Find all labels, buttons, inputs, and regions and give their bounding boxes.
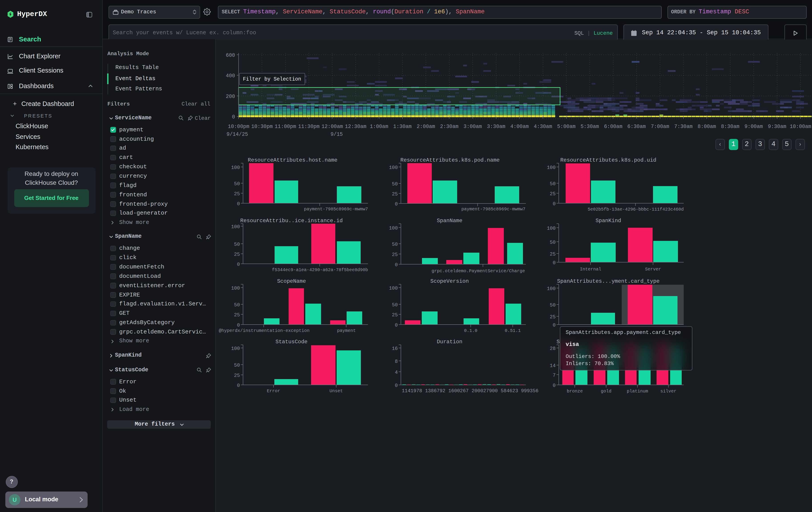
svg-text:50: 50 xyxy=(392,242,398,247)
svg-text:0: 0 xyxy=(395,323,398,328)
svg-text:Internal: Internal xyxy=(580,267,601,272)
svg-text:4:00am: 4:00am xyxy=(510,124,529,129)
svg-text:5:30am: 5:30am xyxy=(581,124,599,129)
svg-text:8:30am: 8:30am xyxy=(721,124,740,129)
svg-text:payment: payment xyxy=(337,328,356,333)
svg-text:11:30pm: 11:30pm xyxy=(298,124,320,129)
svg-text:100: 100 xyxy=(231,286,240,291)
svg-text:50: 50 xyxy=(392,302,398,308)
svg-text:100: 100 xyxy=(231,346,240,351)
svg-text:10:00pm: 10:00pm xyxy=(228,124,250,129)
svg-text:25: 25 xyxy=(392,252,398,258)
svg-text:0: 0 xyxy=(232,114,235,120)
svg-text:12:30am: 12:30am xyxy=(345,124,367,129)
svg-text:0: 0 xyxy=(553,323,556,328)
svg-text:25: 25 xyxy=(392,312,398,318)
svg-text:0: 0 xyxy=(237,323,240,328)
svg-text:25: 25 xyxy=(392,191,398,197)
svg-text:ScopeVersion: ScopeVersion xyxy=(431,278,469,284)
svg-text:4:30am: 4:30am xyxy=(533,124,552,129)
svg-text:50: 50 xyxy=(392,182,398,187)
svg-text:50: 50 xyxy=(234,362,240,368)
svg-text:16: 16 xyxy=(392,346,398,351)
svg-text:payment-7985c8969c-mwmw7: payment-7985c8969c-mwmw7 xyxy=(461,207,525,212)
svg-text:10:30pm: 10:30pm xyxy=(251,124,273,129)
svg-text:ResourceAttributes.k8s.pod.uid: ResourceAttributes.k8s.pod.uid xyxy=(560,157,656,163)
svg-text:silver: silver xyxy=(660,389,676,394)
svg-text:50: 50 xyxy=(550,302,556,308)
svg-text:25: 25 xyxy=(550,251,556,257)
svg-text:platinum: platinum xyxy=(627,389,648,394)
svg-text:7:30am: 7:30am xyxy=(674,124,693,129)
svg-text:4: 4 xyxy=(395,370,398,375)
svg-text:100: 100 xyxy=(547,226,556,231)
svg-text:0: 0 xyxy=(553,383,556,388)
svg-text:0: 0 xyxy=(237,383,240,388)
svg-text:2:30am: 2:30am xyxy=(440,124,459,129)
svg-text:SpanName: SpanName xyxy=(437,218,462,224)
svg-text:50: 50 xyxy=(234,181,240,187)
svg-text:1141978 1386792 1600267 200027: 1141978 1386792 1600267 200027900 584623… xyxy=(402,388,539,394)
svg-text:8: 8 xyxy=(395,359,398,365)
svg-text:gold: gold xyxy=(601,389,611,394)
svg-text:SpanKind: SpanKind xyxy=(596,218,621,224)
svg-text:Duration: Duration xyxy=(437,339,462,345)
svg-text:ResourceAttributes.k8s.pod.nam: ResourceAttributes.k8s.pod.name xyxy=(401,157,500,163)
svg-text:100: 100 xyxy=(547,165,556,170)
svg-text:8:00am: 8:00am xyxy=(698,124,716,129)
svg-text:11:00pm: 11:00pm xyxy=(274,124,296,129)
svg-text:100: 100 xyxy=(389,286,398,291)
svg-text:600: 600 xyxy=(226,52,235,58)
svg-text:7: 7 xyxy=(553,373,556,378)
svg-text:100: 100 xyxy=(389,165,398,170)
svg-text:9/14/25: 9/14/25 xyxy=(227,131,248,137)
svg-text:100: 100 xyxy=(231,224,240,230)
svg-text:grpc.oteldemo.PaymentService/C: grpc.oteldemo.PaymentService/Charge xyxy=(432,268,525,274)
svg-text:1:30am: 1:30am xyxy=(393,124,412,129)
svg-text:Error: Error xyxy=(267,388,280,394)
svg-text:Server: Server xyxy=(645,267,661,272)
svg-text:0: 0 xyxy=(237,201,240,207)
svg-text:0: 0 xyxy=(553,201,556,207)
svg-text:0: 0 xyxy=(395,262,398,268)
svg-text:25: 25 xyxy=(550,314,556,320)
svg-text:ResourceAttribu..ice.instance.: ResourceAttribu..ice.instance.id xyxy=(240,218,343,224)
svg-text:3:30am: 3:30am xyxy=(487,124,505,129)
svg-text:@hyperdx/instrumentation-excep: @hyperdx/instrumentation-exception xyxy=(219,328,310,333)
svg-text:100: 100 xyxy=(231,165,240,170)
svg-text:0.1.0: 0.1.0 xyxy=(464,328,477,333)
svg-text:SpanAttributes...yment.card_ty: SpanAttributes...yment.card_type xyxy=(557,278,660,284)
svg-text:25: 25 xyxy=(550,191,556,197)
svg-text:5e02b5fb-13ae-4296-bbbc-111f42: 5e02b5fb-13ae-4296-bbbc-111f423c460d xyxy=(588,207,684,212)
svg-text:ResourceAttributes.host.name: ResourceAttributes.host.name xyxy=(248,157,337,163)
svg-text:6:00am: 6:00am xyxy=(604,124,622,129)
svg-text:28: 28 xyxy=(550,346,556,351)
svg-text:2:00am: 2:00am xyxy=(417,124,435,129)
svg-text:StatusCode: StatusCode xyxy=(276,339,308,345)
svg-text:9:30am: 9:30am xyxy=(768,124,786,129)
svg-text:25: 25 xyxy=(234,312,240,318)
svg-text:100: 100 xyxy=(389,225,398,231)
svg-text:25: 25 xyxy=(234,373,240,378)
svg-text:10:00am: 10:00am xyxy=(790,124,811,129)
svg-text:50: 50 xyxy=(234,302,240,308)
svg-text:0.51.1: 0.51.1 xyxy=(505,328,521,333)
svg-text:100: 100 xyxy=(547,286,556,292)
svg-text:3:00am: 3:00am xyxy=(464,124,482,129)
svg-text:50: 50 xyxy=(550,240,556,245)
svg-text:1:00am: 1:00am xyxy=(370,124,388,129)
svg-text:14: 14 xyxy=(550,363,556,369)
svg-text:9:00am: 9:00am xyxy=(745,124,763,129)
svg-text:50: 50 xyxy=(234,242,240,247)
svg-text:0: 0 xyxy=(237,262,240,267)
svg-text:0: 0 xyxy=(553,260,556,266)
svg-text:0: 0 xyxy=(395,201,398,207)
svg-text:Unset: Unset xyxy=(329,388,343,394)
svg-text:6:30am: 6:30am xyxy=(628,124,646,129)
svg-text:50: 50 xyxy=(550,181,556,187)
svg-text:200: 200 xyxy=(226,93,235,99)
svg-text:9/15: 9/15 xyxy=(330,131,343,137)
svg-text:payment-7985c8969c-mwmw7: payment-7985c8969c-mwmw7 xyxy=(304,207,368,212)
svg-text:0: 0 xyxy=(395,383,398,388)
svg-text:5:00am: 5:00am xyxy=(557,124,576,129)
